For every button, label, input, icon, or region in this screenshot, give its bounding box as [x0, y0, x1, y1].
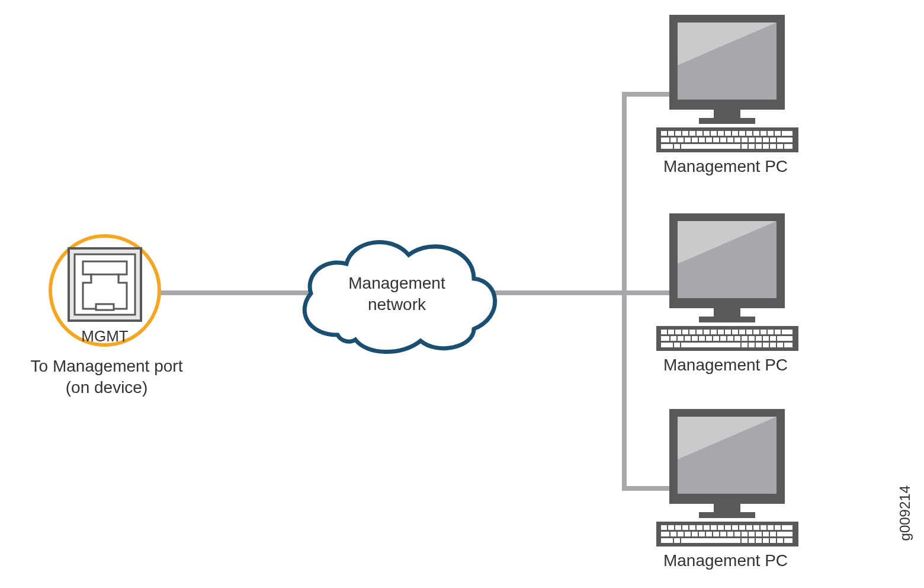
svg-rect-28	[670, 138, 676, 142]
svg-rect-126	[768, 525, 774, 530]
svg-rect-47	[742, 144, 747, 149]
svg-rect-15	[704, 131, 710, 136]
svg-rect-90	[749, 336, 755, 341]
svg-rect-151	[756, 538, 762, 543]
svg-rect-65	[697, 330, 702, 334]
ethernet-port-icon	[66, 246, 143, 323]
svg-rect-87	[727, 336, 733, 341]
svg-rect-135	[706, 532, 712, 536]
svg-rect-94	[777, 336, 793, 341]
svg-rect-111	[661, 525, 667, 530]
svg-rect-76	[775, 330, 781, 334]
svg-rect-9	[661, 131, 667, 136]
svg-rect-152	[763, 538, 769, 543]
svg-rect-25	[775, 131, 781, 136]
svg-rect-79	[670, 336, 676, 341]
svg-rect-104	[784, 343, 793, 347]
svg-rect-73	[753, 330, 759, 334]
svg-rect-141	[749, 532, 755, 536]
svg-rect-80	[678, 336, 684, 341]
svg-rect-31	[692, 138, 698, 142]
svg-rect-154	[777, 538, 783, 543]
svg-rect-130	[670, 532, 676, 536]
mgmt-port-label: MGMT	[66, 327, 143, 346]
svg-rect-112	[668, 525, 674, 530]
svg-rect-63	[682, 330, 688, 334]
svg-rect-91	[756, 336, 762, 341]
svg-rect-52	[777, 144, 783, 149]
pc-label: Management PC	[637, 356, 814, 375]
svg-rect-66	[704, 330, 710, 334]
svg-rect-45	[674, 144, 680, 149]
svg-rect-48	[749, 144, 755, 149]
svg-rect-42	[770, 138, 776, 142]
svg-rect-113	[675, 525, 681, 530]
mgmt-port-caption-line1: To Management port	[31, 357, 183, 375]
svg-rect-119	[718, 525, 724, 530]
svg-rect-30	[685, 138, 691, 142]
mgmt-port-caption-line2: (on device)	[66, 378, 148, 397]
svg-rect-27	[661, 138, 669, 142]
svg-rect-19	[732, 131, 738, 136]
svg-rect-100	[756, 343, 762, 347]
svg-rect-34	[713, 138, 719, 142]
management-pc-3: Management PC	[637, 406, 814, 570]
svg-rect-10	[668, 131, 674, 136]
svg-rect-124	[753, 525, 759, 530]
pc-label: Management PC	[637, 157, 814, 176]
svg-rect-99	[749, 343, 755, 347]
svg-rect-102	[770, 343, 776, 347]
svg-rect-7	[699, 118, 755, 124]
svg-rect-62	[675, 330, 681, 334]
svg-rect-78	[661, 336, 669, 341]
svg-rect-97	[681, 343, 740, 347]
cloud-label: Management network	[284, 273, 509, 316]
svg-rect-131	[678, 532, 684, 536]
svg-rect-57	[714, 308, 740, 317]
svg-rect-136	[713, 532, 719, 536]
svg-rect-13	[689, 131, 695, 136]
svg-rect-88	[734, 336, 740, 341]
svg-rect-137	[720, 532, 726, 536]
svg-rect-82	[692, 336, 698, 341]
svg-rect-109	[699, 512, 755, 518]
svg-rect-148	[681, 538, 740, 543]
svg-rect-98	[742, 343, 747, 347]
svg-rect-155	[784, 538, 793, 543]
svg-rect-21	[746, 131, 752, 136]
svg-rect-22	[753, 131, 759, 136]
svg-rect-72	[746, 330, 752, 334]
svg-rect-149	[742, 538, 747, 543]
svg-rect-96	[674, 343, 680, 347]
svg-rect-40	[756, 138, 762, 142]
mgmt-port-caption: To Management port (on device)	[12, 356, 201, 399]
svg-rect-118	[711, 525, 717, 530]
svg-rect-116	[697, 525, 702, 530]
svg-rect-58	[699, 317, 755, 322]
management-pc-1: Management PC	[637, 12, 814, 176]
svg-rect-20	[739, 131, 745, 136]
svg-rect-26	[782, 131, 793, 136]
svg-rect-43	[777, 138, 793, 142]
diagram-root: MGMT To Management port (on device) Mana…	[0, 0, 924, 588]
svg-rect-134	[699, 532, 705, 536]
svg-rect-150	[749, 538, 755, 543]
svg-rect-33	[706, 138, 712, 142]
svg-rect-139	[734, 532, 740, 536]
cloud-label-line1: Management	[348, 274, 445, 292]
svg-rect-44	[661, 144, 673, 149]
svg-rect-89	[742, 336, 747, 341]
svg-rect-75	[768, 330, 774, 334]
svg-rect-51	[770, 144, 776, 149]
svg-rect-17	[718, 131, 724, 136]
svg-rect-81	[685, 336, 691, 341]
svg-rect-50	[763, 144, 769, 149]
svg-rect-120	[725, 525, 731, 530]
svg-rect-123	[746, 525, 752, 530]
svg-rect-132	[685, 532, 691, 536]
svg-rect-85	[713, 336, 719, 341]
svg-rect-127	[775, 525, 781, 530]
svg-rect-122	[739, 525, 745, 530]
svg-rect-41	[763, 138, 769, 142]
figure-id: g009214	[897, 485, 913, 541]
